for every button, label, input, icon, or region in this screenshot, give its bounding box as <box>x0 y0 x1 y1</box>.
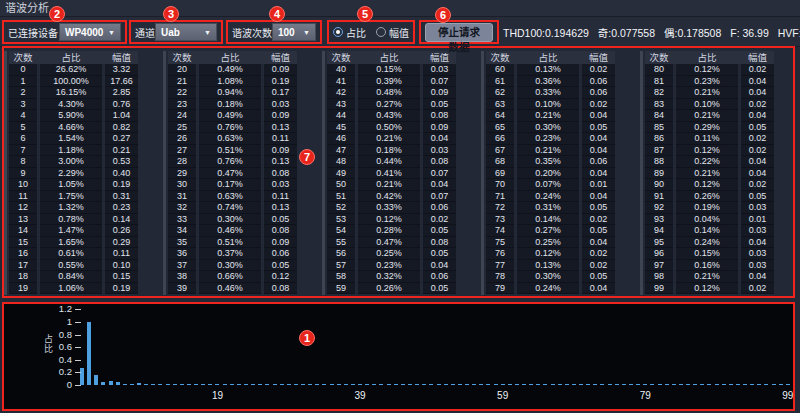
annotation-badge: 1 <box>299 330 315 346</box>
table-cell: 0.03 <box>423 64 456 76</box>
table-cell: 44 <box>327 110 355 122</box>
y-axis-tick-label: 1 <box>46 317 72 327</box>
table-cell: 96 <box>645 248 673 260</box>
table-cell: 29 <box>168 168 196 180</box>
chart-bar <box>379 384 383 386</box>
table-cell: 53 <box>327 214 355 226</box>
table-cell: 66 <box>486 133 514 145</box>
table-cell: 0.04 <box>582 133 615 145</box>
table-cell: 1.32% <box>40 202 102 214</box>
chart-bar <box>515 384 519 386</box>
chart-bar <box>593 384 597 386</box>
table-cell: 0.49% <box>199 110 261 122</box>
table-cell: 83 <box>645 99 673 111</box>
table-cell: 0.11 <box>264 191 297 203</box>
table-cell: 0.63% <box>199 133 261 145</box>
table-cell: 16.15% <box>40 87 102 99</box>
table-scrollbar[interactable] <box>481 51 484 295</box>
stop-request-button[interactable]: 停止请求数据 <box>425 23 493 42</box>
table-cell: 99 <box>645 283 673 295</box>
table-cell: 0.09 <box>423 87 456 99</box>
chart-plot-area <box>80 304 792 385</box>
chart-bar <box>600 384 604 386</box>
table-cell: 0.29 <box>105 237 138 249</box>
channel-select[interactable]: Uab ▼ <box>155 23 217 41</box>
table-cell: 0.04% <box>676 214 738 226</box>
table-cell: 1.08% <box>199 76 261 88</box>
table-cell: 0.19 <box>264 76 297 88</box>
table-cell: 86 <box>645 133 673 145</box>
x-axis-tick-label: 19 <box>209 390 225 401</box>
chevron-down-icon: ▼ <box>204 29 211 36</box>
table-cell: 0.15 <box>105 271 138 283</box>
table-cell: 0.19 <box>105 179 138 191</box>
table-cell: 37 <box>168 260 196 272</box>
chart-bar <box>465 384 469 386</box>
y-axis-tick-label: 0.8 <box>46 330 72 340</box>
table-cell: 0.13 <box>264 122 297 134</box>
table-cell: 0.01 <box>741 214 774 226</box>
table-cell: 1.04 <box>105 110 138 122</box>
table-cell: 0.74% <box>199 202 261 214</box>
chart-bar <box>444 384 448 386</box>
table-cell: 0.37% <box>199 248 261 260</box>
table-cell: 12 <box>9 202 37 214</box>
table-scrollbar[interactable] <box>163 51 166 295</box>
table-cell: 93 <box>645 214 673 226</box>
table-cell: 1.75% <box>40 191 102 203</box>
table-cell: 0.04 <box>423 133 456 145</box>
table-cell: 0.12% <box>358 214 420 226</box>
order-select[interactable]: 100 ▼ <box>272 23 316 41</box>
table-cell: 0.04 <box>741 76 774 88</box>
table-scrollbar[interactable] <box>640 51 643 295</box>
table-cell: 0.02 <box>741 283 774 295</box>
table-cell: 0.05 <box>264 260 297 272</box>
table-cell: 0.09 <box>264 110 297 122</box>
table-cell: 0.07 <box>423 168 456 180</box>
table-scrollbar[interactable] <box>4 51 7 295</box>
table-cell: 0.23% <box>358 260 420 272</box>
table-cell: 0.21% <box>517 145 579 157</box>
chart-bar <box>344 384 348 386</box>
table-cell: 0.13% <box>517 260 579 272</box>
chart-bar <box>551 384 555 386</box>
annotation-badge: 3 <box>163 6 179 22</box>
chart-bar <box>786 384 790 386</box>
radio-amplitude[interactable]: 幅值 <box>376 25 409 40</box>
table-cell: 2 <box>9 87 37 99</box>
chart-bar <box>137 383 141 385</box>
table-cell: 0.21% <box>676 87 738 99</box>
thd-value: THD100:0.194629 <box>503 27 589 39</box>
table-cell: 60 <box>486 64 514 76</box>
table-cell: 5 <box>9 122 37 134</box>
table-cell: 0.02 <box>582 64 615 76</box>
chart-bar <box>586 384 590 386</box>
table-cell: 0.04 <box>741 110 774 122</box>
chart-bar <box>529 384 533 386</box>
table-cell: 0.47% <box>358 237 420 249</box>
order-value: 100 <box>278 27 295 38</box>
chart-bar <box>280 384 284 386</box>
table-cell: 0.53 <box>105 156 138 168</box>
table-cell: 24 <box>168 110 196 122</box>
chart-bar <box>707 384 711 386</box>
harmonics-table: 次数012345678910111213141516171819占比26.62%… <box>2 46 795 298</box>
chart-bar <box>451 384 455 386</box>
table-cell: 69 <box>486 168 514 180</box>
chart-bar <box>479 384 483 386</box>
table-scrollbar[interactable] <box>322 51 325 295</box>
chart-bar <box>201 384 205 386</box>
table-cell: 0.30% <box>199 260 261 272</box>
table-cell: 0.16% <box>676 260 738 272</box>
radio-unselected-icon <box>376 27 386 37</box>
chart-bar <box>722 384 726 386</box>
table-cell: 0.04 <box>423 179 456 191</box>
table-group: 次数20212223242526272829303132333435363738… <box>163 51 320 295</box>
table-cell: 92 <box>645 202 673 214</box>
chevron-down-icon: ▼ <box>108 29 115 36</box>
radio-ratio[interactable]: 占比 <box>333 25 366 40</box>
column-header: 占比 <box>40 51 102 64</box>
chart-bar <box>458 384 462 386</box>
device-select[interactable]: WP4000 ▼ <box>59 23 121 41</box>
table-cell: 0.14% <box>676 225 738 237</box>
